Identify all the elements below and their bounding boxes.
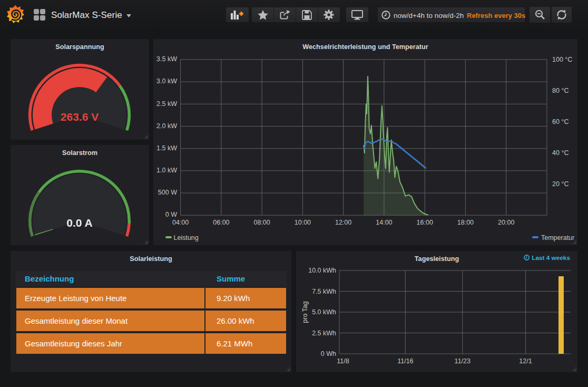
svg-text:3.5 kW: 3.5 kW (156, 55, 177, 63)
svg-text:Leistung: Leistung (174, 234, 199, 241)
svg-text:100 °C: 100 °C (552, 56, 572, 63)
svg-text:Temperatur: Temperatur (541, 234, 574, 241)
svg-text:11/8: 11/8 (337, 357, 349, 365)
svg-text:0.0 A: 0.0 A (66, 217, 92, 229)
svg-text:40 °C: 40 °C (552, 149, 569, 157)
svg-text:500 W: 500 W (158, 189, 177, 196)
svg-text:0 Wh: 0 Wh (321, 350, 336, 357)
svg-text:60 °C: 60 °C (552, 118, 569, 125)
svg-text:1.5 kW: 1.5 kW (156, 144, 177, 152)
svg-text:08:00: 08:00 (253, 219, 270, 226)
svg-text:263.6 V: 263.6 V (61, 111, 99, 123)
svg-text:20 °C: 20 °C (552, 180, 569, 188)
svg-text:Last 4 weeks: Last 4 weeks (532, 254, 570, 262)
svg-text:18:00: 18:00 (457, 219, 474, 226)
svg-text:04:00: 04:00 (172, 219, 189, 226)
svg-text:1.0 kW: 1.0 kW (156, 167, 177, 174)
svg-text:16:00: 16:00 (417, 219, 433, 226)
svg-text:06:00: 06:00 (213, 219, 229, 226)
svg-text:20:00: 20:00 (498, 219, 514, 226)
svg-text:10:00: 10:00 (295, 219, 311, 226)
svg-text:7.5 kWh: 7.5 kWh (312, 288, 336, 295)
svg-text:2.5 kW: 2.5 kW (156, 100, 177, 108)
svg-text:11/23: 11/23 (455, 357, 471, 365)
svg-text:5.0 kWh: 5.0 kWh (312, 308, 336, 316)
svg-text:2.5 kWh: 2.5 kWh (312, 330, 336, 337)
svg-text:12:00: 12:00 (335, 219, 351, 226)
svg-text:0 W: 0 W (165, 211, 177, 218)
svg-text:3.0 kW: 3.0 kW (156, 78, 177, 85)
svg-text:80 °C: 80 °C (552, 87, 569, 94)
svg-text:pro Tag: pro Tag (301, 301, 309, 323)
svg-text:10.0 kWh: 10.0 kWh (308, 267, 336, 274)
svg-text:12/1: 12/1 (519, 357, 532, 365)
svg-text:14:00: 14:00 (376, 219, 392, 226)
svg-text:11/16: 11/16 (397, 357, 413, 365)
svg-text:2.0 kW: 2.0 kW (156, 122, 177, 130)
